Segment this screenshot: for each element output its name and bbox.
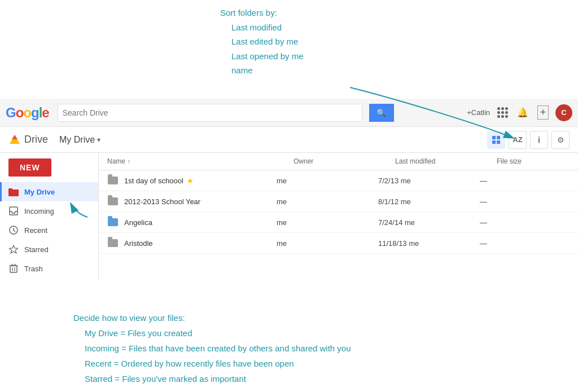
annotation-line1: My Drive = Files you created	[73, 325, 351, 341]
sidebar-label-trash: Trash	[24, 265, 43, 273]
sidebar-label-my-drive: My Drive	[24, 188, 55, 196]
svg-rect-7	[8, 188, 12, 191]
sidebar-item-my-drive[interactable]: My Drive	[0, 182, 98, 201]
table-row[interactable]: 1st day of schoool ★ me 7/2/13 me —	[99, 170, 578, 191]
avatar[interactable]: C	[555, 104, 572, 121]
svg-rect-11	[10, 266, 17, 272]
svg-marker-10	[9, 245, 18, 253]
sidebar-label-starred: Starred	[24, 245, 49, 254]
main-layout: NEW My Drive Incoming Recent Starred	[0, 153, 578, 279]
annotation-line4: Starred = Files you've marked as importa…	[73, 371, 351, 386]
chevron-down-icon: ▾	[97, 136, 100, 144]
search-button[interactable]: 🔍	[369, 104, 394, 122]
my-drive-button[interactable]: My Drive ▾	[59, 135, 100, 145]
svg-marker-1	[12, 135, 17, 139]
sort-option-last-edited: Last edited by me	[220, 34, 304, 49]
drive-logo: Drive	[8, 134, 48, 146]
bell-icon: 🔔	[517, 107, 528, 118]
grid-view-icon	[492, 135, 501, 144]
sort-az-icon: AZ	[513, 135, 522, 144]
bottom-annotation: Decide how to view your files: My Drive …	[73, 310, 351, 386]
cell-owner: me	[277, 218, 378, 227]
settings-button[interactable]: ⚙	[551, 131, 570, 149]
grid-view-button[interactable]	[487, 131, 505, 149]
info-button[interactable]: i	[530, 131, 548, 149]
table-row[interactable]: 2012-2013 School Year me 8/1/12 me —	[99, 191, 578, 212]
cell-owner: me	[277, 177, 378, 185]
file-name-cell: 2012-2013 School Year	[107, 197, 277, 206]
table-row[interactable]: Aristodle me 11/18/13 me —	[99, 233, 578, 254]
sidebar-item-trash[interactable]: Trash	[0, 259, 98, 278]
folder-type-icon	[107, 239, 119, 248]
google-logo: Google	[6, 105, 49, 121]
settings-gear-icon: ⚙	[557, 135, 564, 144]
cell-modified: 8/1/12 me	[378, 197, 480, 206]
file-table-header: Name ↑ Owner Last modified File size	[99, 153, 578, 170]
cell-owner: me	[277, 197, 378, 206]
search-box[interactable]	[58, 104, 362, 122]
column-modified[interactable]: Last modified	[395, 157, 497, 165]
cell-size: —	[480, 177, 570, 185]
sort-option-last-modified: Last modified	[220, 20, 304, 35]
column-owner[interactable]: Owner	[294, 157, 395, 165]
star-icon	[8, 244, 19, 254]
trash-icon	[8, 263, 19, 274]
sidebar: NEW My Drive Incoming Recent Starred	[0, 153, 99, 279]
drive-text: Drive	[24, 134, 48, 146]
file-name-cell: 1st day of schoool ★	[107, 176, 277, 185]
folder-icon	[8, 187, 19, 197]
sort-option-last-opened: Last opened by me	[220, 49, 304, 64]
plus-square-icon: +	[537, 105, 549, 120]
sort-annotation: Sort folders by: Last modified Last edit…	[220, 6, 304, 78]
svg-rect-8	[10, 207, 17, 215]
sort-arrow-icon: ↑	[128, 158, 130, 165]
folder-type-icon	[107, 218, 119, 227]
sidebar-label-incoming: Incoming	[24, 207, 54, 215]
svg-rect-13	[12, 264, 15, 266]
cell-owner: me	[277, 239, 378, 248]
cell-modified: 11/18/13 me	[378, 239, 480, 248]
cell-modified: 7/2/13 me	[378, 177, 480, 185]
sidebar-item-recent[interactable]: Recent	[0, 221, 98, 240]
plus-square-button[interactable]: +	[535, 105, 551, 121]
sort-option-name: name	[220, 63, 304, 78]
column-size[interactable]: File size	[497, 157, 570, 165]
apps-grid-button[interactable]	[494, 105, 510, 121]
file-name-cell: Angelica	[107, 218, 277, 227]
cell-modified: 7/24/14 me	[378, 218, 480, 227]
inbox-icon	[8, 206, 19, 216]
table-row[interactable]: Angelica me 7/24/14 me —	[99, 212, 578, 233]
svg-rect-4	[492, 140, 496, 144]
cell-size: —	[480, 218, 570, 227]
cell-size: —	[480, 239, 570, 248]
file-area: Name ↑ Owner Last modified File size 1st…	[99, 153, 578, 279]
header-right: +Catlin 🔔 + C	[467, 104, 572, 121]
column-name[interactable]: Name ↑	[107, 157, 294, 165]
annotation-line3: Recent = Ordered by how recently files h…	[73, 356, 351, 371]
search-input[interactable]	[63, 108, 357, 117]
sidebar-item-incoming[interactable]: Incoming	[0, 201, 98, 221]
svg-rect-3	[497, 136, 500, 139]
clock-icon	[8, 225, 19, 235]
star-badge-icon: ★	[187, 177, 194, 185]
info-icon: i	[538, 135, 540, 144]
cell-size: —	[480, 197, 570, 206]
plus-catlin[interactable]: +Catlin	[467, 108, 490, 117]
annotation-title: Decide how to view your files:	[73, 310, 351, 325]
sort-az-button[interactable]: AZ	[509, 131, 527, 149]
folder-type-icon	[107, 197, 119, 206]
google-header: Google 🔍 +Catlin 🔔 + C	[0, 99, 578, 127]
sidebar-label-recent: Recent	[24, 226, 47, 235]
my-drive-label: My Drive	[59, 135, 95, 145]
new-button[interactable]: NEW	[8, 158, 51, 177]
svg-rect-2	[492, 136, 496, 139]
sidebar-item-starred[interactable]: Starred	[0, 240, 98, 259]
sort-title: Sort folders by:	[220, 6, 304, 20]
notification-button[interactable]: 🔔	[515, 105, 531, 121]
apps-grid-icon	[497, 107, 508, 118]
svg-rect-5	[497, 140, 500, 144]
folder-type-icon	[107, 176, 119, 185]
file-name-cell: Aristodle	[107, 239, 277, 248]
subheader-right: AZ i ⚙	[487, 131, 570, 149]
search-icon: 🔍	[376, 108, 386, 117]
